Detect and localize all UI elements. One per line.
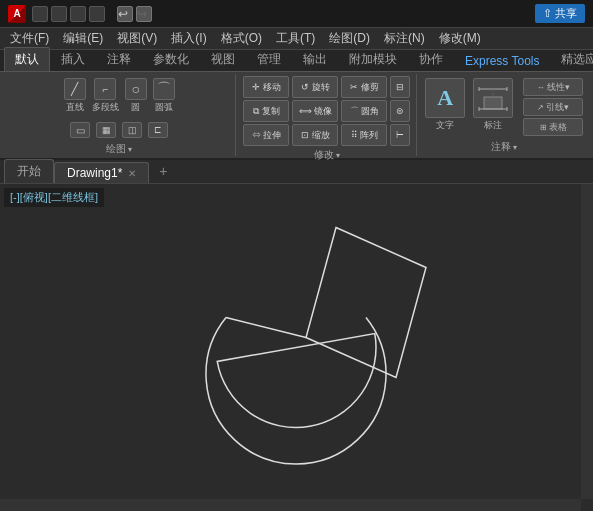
- dim-label: 标注: [484, 119, 502, 132]
- tab-featured[interactable]: 精选应用: [550, 47, 593, 71]
- saveas-icon[interactable]: [89, 6, 105, 22]
- menu-format[interactable]: 格式(O): [215, 28, 268, 49]
- annot-group-label: 注释 ▾: [491, 138, 517, 154]
- modify-label: 修改: [314, 148, 334, 162]
- menu-modify[interactable]: 修改(M): [433, 28, 487, 49]
- text-icon-large: A: [425, 78, 465, 118]
- add-drawing-tab[interactable]: +: [153, 161, 173, 181]
- modify-tools: ✛ 移动 ⧉ 复制 ⇔ 拉伸 ↺ 旋转 ⟺ 镜像 ⊡ 缩放 ✂ 修剪 ⌒ 圆角 …: [243, 76, 410, 146]
- tool-polyline[interactable]: ⌐ 多段线: [90, 76, 121, 116]
- tab-insert[interactable]: 插入: [50, 47, 96, 71]
- modify-col4: ⊟ ⊜ ⊢: [390, 76, 410, 146]
- modify-expand-icon[interactable]: ▾: [336, 151, 340, 160]
- tool-explode[interactable]: ⊟: [390, 76, 410, 98]
- tab-close-icon[interactable]: ✕: [128, 168, 136, 179]
- share-button[interactable]: ⇧ 共享: [535, 4, 585, 23]
- tab-view[interactable]: 视图: [200, 47, 246, 71]
- tab-default[interactable]: 默认: [4, 47, 50, 71]
- draw-row1: ╱ 直线 ⌐ 多段线 ○ 圆 ⌒ 圆弧: [62, 76, 177, 116]
- tool-trim[interactable]: ✂ 修剪: [341, 76, 387, 98]
- tab-collab[interactable]: 协作: [408, 47, 454, 71]
- open-icon[interactable]: [51, 6, 67, 22]
- tool-copy[interactable]: ⧉ 复制: [243, 100, 289, 122]
- draw-group-label: 绘图 ▾: [106, 140, 132, 156]
- tool-leader[interactable]: ↗ 引线 ▾: [523, 98, 583, 116]
- text-label: 文字: [436, 119, 454, 132]
- menu-insert[interactable]: 插入(I): [165, 28, 212, 49]
- tool-rotate[interactable]: ↺ 旋转: [292, 76, 338, 98]
- tool-mirror[interactable]: ⟺ 镜像: [292, 100, 338, 122]
- scrollbar-horizontal[interactable]: [0, 499, 581, 511]
- menu-dim[interactable]: 标注(N): [378, 28, 431, 49]
- linear-dim-label: 线性: [547, 81, 565, 94]
- undo-icon[interactable]: ↩: [117, 6, 133, 22]
- tool-array[interactable]: ⠿ 阵列: [341, 124, 387, 146]
- svg-rect-4: [484, 97, 502, 109]
- tab-annotation[interactable]: 注释: [96, 47, 142, 71]
- redo-icon[interactable]: ↪: [136, 6, 152, 22]
- tool-gradient[interactable]: ◫: [120, 120, 144, 140]
- tool-line[interactable]: ╱ 直线: [62, 76, 88, 116]
- tool-scale[interactable]: ⊡ 缩放: [292, 124, 338, 146]
- share-label: 共享: [555, 6, 577, 21]
- tool-rect[interactable]: ▭: [68, 120, 92, 140]
- tool-extend[interactable]: ⊢: [390, 124, 410, 146]
- linear-dim-icon: ↔: [537, 83, 545, 92]
- annot-small-tools: ↔ 线性 ▾ ↗ 引线 ▾ ⊞ 表格: [523, 78, 583, 136]
- leader-label: 引线: [546, 101, 564, 114]
- new-icon[interactable]: [32, 6, 48, 22]
- leader-icon: ↗: [537, 103, 544, 112]
- tab-addons[interactable]: 附加模块: [338, 47, 408, 71]
- modify-col1: ✛ 移动 ⧉ 复制 ⇔ 拉伸: [243, 76, 289, 146]
- tool-stretch[interactable]: ⇔ 拉伸: [243, 124, 289, 146]
- drawing-shape: [206, 228, 426, 465]
- tool-region[interactable]: ⊏: [146, 120, 170, 140]
- save-icon[interactable]: [70, 6, 86, 22]
- tool-arc[interactable]: ⌒ 圆弧: [151, 76, 177, 116]
- tool-fillet[interactable]: ⌒ 圆角: [341, 100, 387, 122]
- titlebar-left: A ↩ ↪: [8, 5, 152, 23]
- tool-table[interactable]: ⊞ 表格: [523, 118, 583, 136]
- tool-offset[interactable]: ⊜: [390, 100, 410, 122]
- tool-hatch[interactable]: ▦: [94, 120, 118, 140]
- menu-file[interactable]: 文件(F): [4, 28, 55, 49]
- tab-express[interactable]: Express Tools: [454, 50, 550, 71]
- arc-label: 圆弧: [155, 101, 173, 114]
- tool-dim-large[interactable]: 标注: [473, 78, 513, 132]
- canvas-area[interactable]: [-][俯视][二维线框]: [0, 184, 593, 511]
- tool-move[interactable]: ✛ 移动: [243, 76, 289, 98]
- leader-arrow: ▾: [564, 102, 569, 112]
- line-label: 直线: [66, 101, 84, 114]
- menu-view[interactable]: 视图(V): [111, 28, 163, 49]
- tab-manage[interactable]: 管理: [246, 47, 292, 71]
- annotation-tools: A 文字 标注: [425, 76, 583, 138]
- linear-dim-arrow: ▾: [565, 82, 570, 92]
- title-icons: ↩ ↪: [32, 6, 152, 22]
- menu-draw[interactable]: 绘图(D): [323, 28, 376, 49]
- tab-drawing1[interactable]: Drawing1* ✕: [54, 162, 149, 183]
- tab-start[interactable]: 开始: [4, 159, 54, 183]
- svg-line-9: [226, 318, 306, 338]
- tool-text-large[interactable]: A 文字: [425, 78, 465, 132]
- line-icon: ╱: [64, 78, 86, 100]
- drawing-tabs: 开始 Drawing1* ✕ +: [0, 160, 593, 184]
- ribbon-group-draw: ╱ 直线 ⌐ 多段线 ○ 圆 ⌒ 圆弧: [4, 74, 236, 156]
- table-label: 表格: [549, 121, 567, 134]
- annot-expand-icon[interactable]: ▾: [513, 143, 517, 152]
- menu-edit[interactable]: 编辑(E): [57, 28, 109, 49]
- circle-icon: ○: [125, 78, 147, 100]
- draw-expand-icon[interactable]: ▾: [128, 145, 132, 154]
- drawing1-label: Drawing1*: [67, 166, 122, 180]
- scrollbar-vertical[interactable]: [581, 184, 593, 499]
- rect-icon: ▭: [70, 122, 90, 138]
- app-logo: A: [8, 5, 26, 23]
- menu-tools[interactable]: 工具(T): [270, 28, 321, 49]
- region-icon: ⊏: [148, 122, 168, 138]
- table-icon: ⊞: [540, 123, 547, 132]
- tool-linear-dim[interactable]: ↔ 线性 ▾: [523, 78, 583, 96]
- tab-parametric[interactable]: 参数化: [142, 47, 200, 71]
- circle-label: 圆: [131, 101, 140, 114]
- tool-circle[interactable]: ○ 圆: [123, 76, 149, 116]
- arc-icon: ⌒: [153, 78, 175, 100]
- tab-output[interactable]: 输出: [292, 47, 338, 71]
